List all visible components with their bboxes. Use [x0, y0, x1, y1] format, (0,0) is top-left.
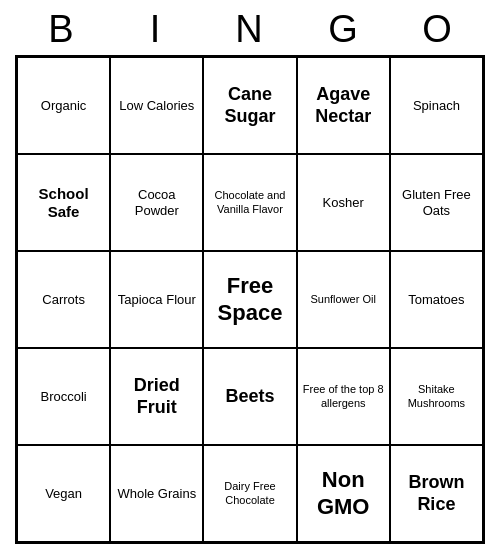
bingo-cell-8: Kosher — [297, 154, 390, 251]
bingo-cell-23: Non GMO — [297, 445, 390, 542]
bingo-cell-17: Beets — [203, 348, 296, 445]
bingo-cell-2: Cane Sugar — [203, 57, 296, 154]
bingo-cell-14: Tomatoes — [390, 251, 483, 348]
bingo-cell-6: Cocoa Powder — [110, 154, 203, 251]
title-n: N — [207, 8, 293, 51]
bingo-cell-16: Dried Fruit — [110, 348, 203, 445]
title-b: B — [19, 8, 105, 51]
bingo-cell-4: Spinach — [390, 57, 483, 154]
bingo-cell-10: Carrots — [17, 251, 110, 348]
bingo-cell-1: Low Calories — [110, 57, 203, 154]
title-i: I — [113, 8, 199, 51]
bingo-cell-24: Brown Rice — [390, 445, 483, 542]
bingo-cell-3: Agave Nectar — [297, 57, 390, 154]
bingo-cell-0: Organic — [17, 57, 110, 154]
bingo-title: B I N G O — [15, 0, 485, 55]
title-g: G — [301, 8, 387, 51]
bingo-cell-9: Gluten Free Oats — [390, 154, 483, 251]
bingo-cell-19: Shitake Mushrooms — [390, 348, 483, 445]
title-o: O — [395, 8, 481, 51]
bingo-grid: OrganicLow CaloriesCane SugarAgave Necta… — [15, 55, 485, 544]
bingo-cell-22: Dairy Free Chocolate — [203, 445, 296, 542]
bingo-cell-13: Sunflower Oil — [297, 251, 390, 348]
bingo-cell-18: Free of the top 8 allergens — [297, 348, 390, 445]
bingo-cell-20: Vegan — [17, 445, 110, 542]
bingo-cell-11: Tapioca Flour — [110, 251, 203, 348]
bingo-cell-15: Broccoli — [17, 348, 110, 445]
bingo-cell-12: Free Space — [203, 251, 296, 348]
bingo-cell-5: School Safe — [17, 154, 110, 251]
bingo-cell-21: Whole Grains — [110, 445, 203, 542]
bingo-cell-7: Chocolate and Vanilla Flavor — [203, 154, 296, 251]
